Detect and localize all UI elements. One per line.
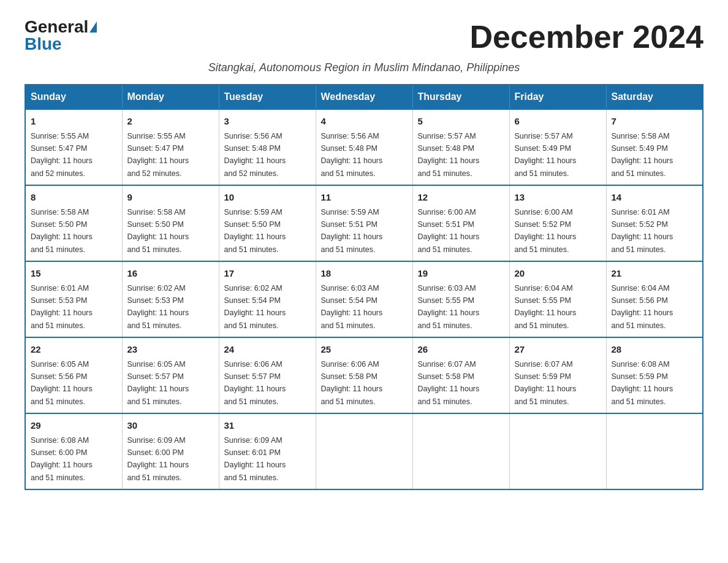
calendar-day-cell: 22 Sunrise: 6:05 AMSunset: 5:56 PMDaylig… (25, 337, 122, 413)
day-info: Sunrise: 6:02 AMSunset: 5:54 PMDaylight:… (224, 284, 286, 330)
day-number: 5 (418, 115, 504, 129)
day-number: 9 (127, 191, 214, 205)
day-number: 19 (418, 267, 504, 281)
day-info: Sunrise: 6:03 AMSunset: 5:55 PMDaylight:… (418, 284, 480, 330)
calendar-week-row: 1 Sunrise: 5:55 AMSunset: 5:47 PMDayligh… (25, 109, 703, 185)
calendar-week-row: 15 Sunrise: 6:01 AMSunset: 5:53 PMDaylig… (25, 261, 703, 337)
calendar-header-wednesday: Wednesday (316, 85, 412, 109)
day-number: 27 (515, 343, 601, 357)
day-number: 26 (418, 343, 504, 357)
calendar-header-thursday: Thursday (412, 85, 509, 109)
calendar-header-sunday: Sunday (25, 85, 122, 109)
day-info: Sunrise: 5:56 AMSunset: 5:48 PMDaylight:… (321, 132, 383, 178)
calendar-day-cell: 28 Sunrise: 6:08 AMSunset: 5:59 PMDaylig… (606, 337, 703, 413)
day-info: Sunrise: 6:01 AMSunset: 5:53 PMDaylight:… (31, 284, 93, 330)
calendar-day-cell: 20 Sunrise: 6:04 AMSunset: 5:55 PMDaylig… (509, 261, 606, 337)
day-info: Sunrise: 6:06 AMSunset: 5:57 PMDaylight:… (224, 360, 286, 406)
day-number: 20 (515, 267, 601, 281)
day-info: Sunrise: 6:01 AMSunset: 5:52 PMDaylight:… (612, 208, 673, 254)
day-number: 2 (127, 115, 214, 129)
calendar-day-cell (606, 413, 703, 489)
calendar-header-friday: Friday (509, 85, 606, 109)
day-info: Sunrise: 6:02 AMSunset: 5:53 PMDaylight:… (127, 284, 189, 330)
day-info: Sunrise: 5:58 AMSunset: 5:50 PMDaylight:… (31, 208, 93, 254)
calendar-day-cell: 21 Sunrise: 6:04 AMSunset: 5:56 PMDaylig… (606, 261, 703, 337)
calendar-week-row: 22 Sunrise: 6:05 AMSunset: 5:56 PMDaylig… (25, 337, 703, 413)
day-number: 29 (31, 419, 117, 433)
day-number: 14 (612, 191, 698, 205)
calendar-day-cell: 30 Sunrise: 6:09 AMSunset: 6:00 PMDaylig… (122, 413, 219, 489)
calendar-day-cell: 16 Sunrise: 6:02 AMSunset: 5:53 PMDaylig… (122, 261, 219, 337)
day-number: 12 (418, 191, 504, 205)
day-info: Sunrise: 5:56 AMSunset: 5:48 PMDaylight:… (224, 132, 286, 178)
calendar-day-cell: 6 Sunrise: 5:57 AMSunset: 5:49 PMDayligh… (509, 109, 606, 185)
calendar-day-cell: 3 Sunrise: 5:56 AMSunset: 5:48 PMDayligh… (219, 109, 316, 185)
day-number: 25 (321, 343, 408, 357)
day-info: Sunrise: 5:59 AMSunset: 5:50 PMDaylight:… (224, 208, 286, 254)
day-info: Sunrise: 5:57 AMSunset: 5:49 PMDaylight:… (515, 132, 577, 178)
calendar-day-cell (316, 413, 412, 489)
day-number: 13 (515, 191, 601, 205)
day-number: 6 (515, 115, 601, 129)
day-info: Sunrise: 6:05 AMSunset: 5:56 PMDaylight:… (31, 360, 93, 406)
day-info: Sunrise: 6:06 AMSunset: 5:58 PMDaylight:… (321, 360, 383, 406)
day-info: Sunrise: 6:00 AMSunset: 5:51 PMDaylight:… (418, 208, 480, 254)
calendar-day-cell: 10 Sunrise: 5:59 AMSunset: 5:50 PMDaylig… (219, 185, 316, 261)
day-number: 8 (31, 191, 117, 205)
logo-general: General (25, 18, 88, 36)
calendar-day-cell: 26 Sunrise: 6:07 AMSunset: 5:58 PMDaylig… (412, 337, 509, 413)
day-info: Sunrise: 5:59 AMSunset: 5:51 PMDaylight:… (321, 208, 383, 254)
calendar-day-cell: 23 Sunrise: 6:05 AMSunset: 5:57 PMDaylig… (122, 337, 219, 413)
calendar-day-cell (412, 413, 509, 489)
day-number: 23 (127, 343, 214, 357)
calendar-day-cell: 17 Sunrise: 6:02 AMSunset: 5:54 PMDaylig… (219, 261, 316, 337)
calendar-day-cell: 1 Sunrise: 5:55 AMSunset: 5:47 PMDayligh… (25, 109, 122, 185)
day-number: 22 (31, 343, 117, 357)
calendar-week-row: 8 Sunrise: 5:58 AMSunset: 5:50 PMDayligh… (25, 185, 703, 261)
day-info: Sunrise: 6:07 AMSunset: 5:58 PMDaylight:… (418, 360, 480, 406)
day-info: Sunrise: 5:58 AMSunset: 5:50 PMDaylight:… (127, 208, 189, 254)
calendar-day-cell: 27 Sunrise: 6:07 AMSunset: 5:59 PMDaylig… (509, 337, 606, 413)
day-number: 18 (321, 267, 408, 281)
day-number: 31 (224, 419, 311, 433)
calendar-table: SundayMondayTuesdayWednesdayThursdayFrid… (25, 84, 703, 490)
calendar-day-cell: 14 Sunrise: 6:01 AMSunset: 5:52 PMDaylig… (606, 185, 703, 261)
day-info: Sunrise: 6:03 AMSunset: 5:54 PMDaylight:… (321, 284, 383, 330)
calendar-day-cell: 4 Sunrise: 5:56 AMSunset: 5:48 PMDayligh… (316, 109, 412, 185)
page-header: General Blue December 2024 (25, 18, 703, 55)
calendar-day-cell: 29 Sunrise: 6:08 AMSunset: 6:00 PMDaylig… (25, 413, 122, 489)
calendar-header-row: SundayMondayTuesdayWednesdayThursdayFrid… (25, 85, 703, 109)
day-number: 17 (224, 267, 311, 281)
calendar-week-row: 29 Sunrise: 6:08 AMSunset: 6:00 PMDaylig… (25, 413, 703, 489)
calendar-day-cell: 15 Sunrise: 6:01 AMSunset: 5:53 PMDaylig… (25, 261, 122, 337)
calendar-day-cell: 2 Sunrise: 5:55 AMSunset: 5:47 PMDayligh… (122, 109, 219, 185)
calendar-day-cell (509, 413, 606, 489)
day-info: Sunrise: 5:55 AMSunset: 5:47 PMDaylight:… (127, 132, 189, 178)
day-number: 30 (127, 419, 214, 433)
location-subtitle: Sitangkai, Autonomous Region in Muslim M… (25, 61, 703, 74)
day-info: Sunrise: 6:05 AMSunset: 5:57 PMDaylight:… (127, 360, 189, 406)
calendar-header-monday: Monday (122, 85, 219, 109)
day-info: Sunrise: 5:58 AMSunset: 5:49 PMDaylight:… (612, 132, 673, 178)
logo: General Blue (25, 18, 97, 53)
calendar-day-cell: 7 Sunrise: 5:58 AMSunset: 5:49 PMDayligh… (606, 109, 703, 185)
day-number: 10 (224, 191, 311, 205)
calendar-day-cell: 31 Sunrise: 6:09 AMSunset: 6:01 PMDaylig… (219, 413, 316, 489)
day-number: 4 (321, 115, 408, 129)
day-number: 16 (127, 267, 214, 281)
day-number: 7 (612, 115, 698, 129)
calendar-day-cell: 9 Sunrise: 5:58 AMSunset: 5:50 PMDayligh… (122, 185, 219, 261)
day-number: 11 (321, 191, 408, 205)
calendar-header-saturday: Saturday (606, 85, 703, 109)
day-info: Sunrise: 6:09 AMSunset: 6:01 PMDaylight:… (224, 436, 286, 482)
day-info: Sunrise: 6:08 AMSunset: 5:59 PMDaylight:… (612, 360, 673, 406)
day-number: 21 (612, 267, 698, 281)
calendar-day-cell: 19 Sunrise: 6:03 AMSunset: 5:55 PMDaylig… (412, 261, 509, 337)
calendar-day-cell: 18 Sunrise: 6:03 AMSunset: 5:54 PMDaylig… (316, 261, 412, 337)
day-info: Sunrise: 6:08 AMSunset: 6:00 PMDaylight:… (31, 436, 93, 482)
month-title: December 2024 (469, 18, 703, 55)
day-info: Sunrise: 6:04 AMSunset: 5:55 PMDaylight:… (515, 284, 577, 330)
calendar-day-cell: 12 Sunrise: 6:00 AMSunset: 5:51 PMDaylig… (412, 185, 509, 261)
calendar-header-tuesday: Tuesday (219, 85, 316, 109)
day-number: 24 (224, 343, 311, 357)
